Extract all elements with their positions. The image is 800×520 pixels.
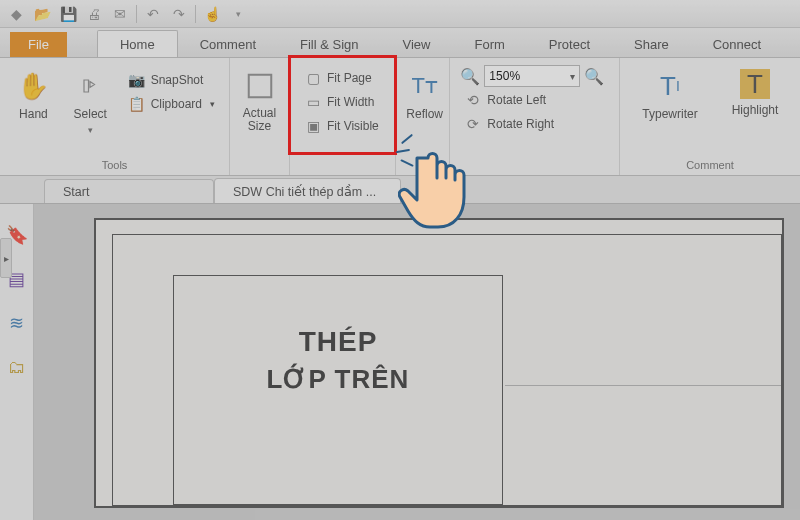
title-block: THÉP LỚP TRÊN	[173, 275, 503, 505]
fit-visible-label: Fit Visible	[327, 119, 379, 133]
touch-mode-icon[interactable]: ☝	[202, 4, 222, 24]
rotate-right-label: Rotate Right	[487, 117, 554, 131]
chevron-down-icon: ▾	[570, 71, 575, 82]
zoom-in-icon[interactable]: 🔍	[584, 67, 604, 86]
fit-page-icon: ▢	[304, 69, 322, 87]
doc-tab-start[interactable]: Start	[44, 179, 214, 203]
print-icon[interactable]: 🖨	[84, 4, 104, 24]
tab-protect[interactable]: Protect	[527, 31, 612, 57]
chevron-down-icon: ▾	[210, 99, 215, 109]
tab-view[interactable]: View	[381, 31, 453, 57]
actual-size-icon	[243, 69, 277, 103]
tab-form[interactable]: Form	[452, 31, 526, 57]
clipboard-label: Clipboard	[151, 97, 202, 111]
workspace: 🔖 ▤ ≋ 🗂 ▸ THÉP LỚP TRÊN	[0, 204, 800, 520]
fit-page-label: Fit Page	[327, 71, 372, 85]
select-tool-button[interactable]: Select ▾	[67, 63, 114, 135]
highlight-icon: T	[740, 69, 770, 99]
reflow-label: Reflow	[406, 107, 443, 121]
tab-fill-sign[interactable]: Fill & Sign	[278, 31, 381, 57]
ribbon-tabstrip: File Home Comment Fill & Sign View Form …	[0, 28, 800, 58]
separator	[136, 5, 137, 23]
grid-line	[505, 385, 781, 386]
zoom-out-icon[interactable]: 🔍	[460, 67, 480, 86]
click-lines	[400, 134, 440, 174]
tab-connect[interactable]: Connect	[691, 31, 783, 57]
reflow-icon: Tᴛ	[408, 69, 442, 103]
typewriter-label: Typewriter	[642, 107, 697, 121]
rotate-left-label: Rotate Left	[487, 93, 546, 107]
chevron-down-icon: ▾	[88, 125, 93, 135]
tab-comment[interactable]: Comment	[178, 31, 278, 57]
page-viewport[interactable]: THÉP LỚP TRÊN	[34, 204, 800, 520]
cursor-hand-illustration	[398, 140, 488, 240]
group-label: Comment	[630, 157, 790, 173]
rotate-right-button[interactable]: ⟳ Rotate Right	[460, 113, 604, 135]
clipboard-button[interactable]: 📋 Clipboard ▾	[124, 93, 219, 115]
group-fit: ▢ Fit Page ▭ Fit Width ▣ Fit Visible	[290, 58, 396, 175]
snapshot-label: SnapShot	[151, 73, 204, 87]
group-tools: ✋ Hand Select ▾ 📷 SnapShot 📋 Clipboard ▾	[0, 58, 230, 175]
fit-width-icon: ▭	[304, 93, 322, 111]
typewriter-button[interactable]: TI Typewriter	[630, 63, 710, 121]
select-icon	[73, 69, 107, 103]
reflow-button[interactable]: Tᴛ Reflow	[406, 63, 443, 121]
document-page: THÉP LỚP TRÊN	[94, 218, 784, 508]
fit-visible-icon: ▣	[304, 117, 322, 135]
sidebar-collapse-handle[interactable]: ▸	[0, 238, 12, 278]
hand-label: Hand	[19, 107, 48, 121]
attachments-panel-icon[interactable]: 🗂	[6, 356, 28, 378]
tab-share[interactable]: Share	[612, 31, 691, 57]
group-comment: TI Typewriter T Highlight Comment	[620, 58, 800, 175]
clipboard-icon: 📋	[128, 95, 146, 113]
group-label: Tools	[10, 157, 219, 173]
camera-icon: 📷	[128, 71, 146, 89]
open-icon[interactable]: 📂	[32, 4, 52, 24]
title-line-1: THÉP	[299, 326, 378, 358]
actual-size-button[interactable]: Actual Size	[240, 63, 279, 133]
mail-icon[interactable]: ✉	[110, 4, 130, 24]
app-logo-icon: ◆	[6, 4, 26, 24]
fit-visible-button[interactable]: ▣ Fit Visible	[300, 115, 383, 137]
rotate-right-icon: ⟳	[464, 115, 482, 133]
group-actual-size: Actual Size	[230, 58, 290, 175]
zoom-select[interactable]: 150% ▾	[484, 65, 580, 87]
redo-icon[interactable]: ↷	[169, 4, 189, 24]
fit-width-button[interactable]: ▭ Fit Width	[300, 91, 383, 113]
qat-dropdown-icon[interactable]: ▾	[228, 4, 248, 24]
hand-tool-button[interactable]: ✋ Hand	[10, 63, 57, 121]
title-line-2: LỚP TRÊN	[267, 364, 410, 395]
file-tab[interactable]: File	[10, 32, 67, 57]
actual-size-label: Actual Size	[243, 107, 276, 133]
fit-page-button[interactable]: ▢ Fit Page	[300, 67, 383, 89]
undo-icon[interactable]: ↶	[143, 4, 163, 24]
layers-panel-icon[interactable]: ≋	[6, 312, 28, 334]
highlight-label: Highlight	[732, 103, 779, 117]
doc-tab-sdw[interactable]: SDW Chi tiết thép dầm ...	[214, 178, 401, 203]
fit-width-label: Fit Width	[327, 95, 374, 109]
hand-icon: ✋	[16, 69, 50, 103]
drawing-frame: THÉP LỚP TRÊN	[112, 234, 782, 506]
nav-sidebar: 🔖 ▤ ≋ 🗂 ▸	[0, 204, 34, 520]
svg-rect-0	[248, 75, 271, 98]
snapshot-button[interactable]: 📷 SnapShot	[124, 69, 219, 91]
rotate-left-button[interactable]: ⟲ Rotate Left	[460, 89, 604, 111]
zoom-value: 150%	[489, 69, 520, 83]
select-label: Select	[74, 107, 107, 121]
typewriter-icon: TI	[653, 69, 687, 103]
tab-home[interactable]: Home	[97, 30, 178, 57]
separator	[195, 5, 196, 23]
quick-access-toolbar: ◆ 📂 💾 🖨 ✉ ↶ ↷ ☝ ▾	[0, 0, 800, 28]
save-icon[interactable]: 💾	[58, 4, 78, 24]
highlight-button[interactable]: T Highlight	[720, 63, 790, 117]
rotate-left-icon: ⟲	[464, 91, 482, 109]
